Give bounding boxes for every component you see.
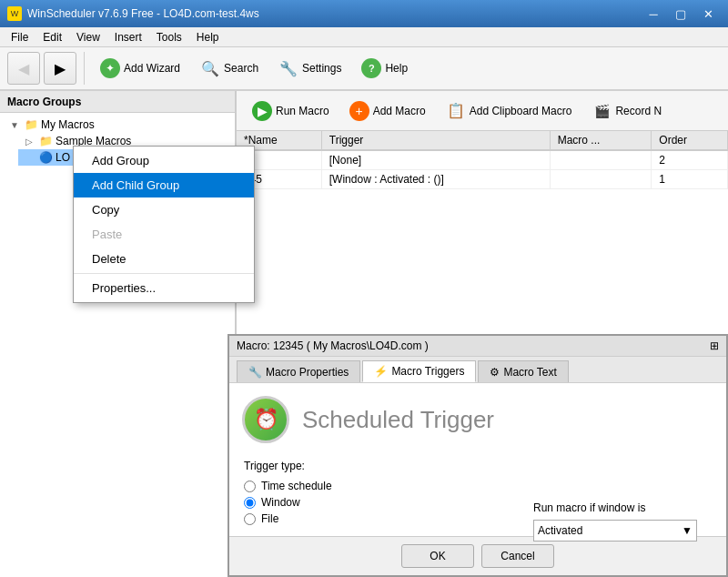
close-button[interactable]: ✕: [695, 4, 721, 24]
macro-icon-lo: 🔵: [39, 151, 53, 164]
folder-icon-sample: 📁: [39, 135, 53, 147]
menu-item-view[interactable]: View: [69, 29, 107, 46]
macro-text-icon: ⚙: [490, 366, 500, 379]
trigger-icon-container: ⏰: [240, 394, 291, 445]
add-macro-button[interactable]: + Add Macro: [341, 96, 434, 126]
ctx-add-group[interactable]: Add Group: [74, 148, 254, 173]
tree-node-myMacros[interactable]: ▼ 📁 My Macros: [4, 116, 231, 133]
ctx-delete[interactable]: Delete: [74, 247, 254, 271]
title-bar: W WinScheduler v7.6.9 Free - LO4D.com-te…: [0, 0, 728, 27]
run-icon: ▶: [252, 101, 272, 121]
menu-item-insert[interactable]: Insert: [107, 29, 149, 46]
right-form: Run macro if window is Activated ▼: [533, 501, 715, 542]
record-icon: 🎬: [592, 101, 612, 121]
trigger-icon: ⏰: [242, 396, 289, 443]
col-order: Order: [652, 131, 728, 150]
help-button[interactable]: ? Help: [353, 54, 416, 83]
clipboard-icon: 📋: [446, 101, 466, 121]
col-macro: Macro ...: [550, 131, 652, 150]
ctx-properties[interactable]: Properties...: [74, 276, 254, 300]
bottom-panel-header: Macro: 12345 ( My Macros\LO4D.com ) ⊞: [229, 336, 726, 357]
ctx-divider: [74, 273, 254, 274]
secondary-toolbar: ▶ Run Macro + Add Macro 📋 Add Clipboard …: [237, 91, 728, 131]
app-icon: W: [7, 6, 22, 21]
cell-order-2: 1: [652, 170, 728, 189]
macro-props-icon: 🔧: [248, 366, 262, 379]
form-label: Run macro if window is: [533, 501, 715, 514]
menu-item-edit[interactable]: Edit: [35, 29, 69, 46]
activated-dropdown[interactable]: Activated ▼: [533, 520, 697, 542]
search-button[interactable]: 🔍 Search: [192, 54, 267, 83]
toolbar: ◀ ▶ ✦ Add Wizard 🔍 Search 🔧 Settings ? H…: [0, 47, 728, 91]
forward-button[interactable]: ▶: [44, 52, 76, 85]
dropdown-arrow: ▼: [682, 524, 693, 537]
search-icon: 🔍: [200, 58, 220, 78]
macro-table: *Name Trigger Macro ... Order [None] 2 3: [237, 131, 728, 189]
help-icon: ?: [361, 58, 381, 78]
tab-macro-triggers[interactable]: ⚡ Macro Triggers: [362, 360, 476, 382]
radio-window-input[interactable]: [244, 497, 256, 509]
radio-time-input[interactable]: [244, 481, 256, 492]
record-button[interactable]: 🎬 Record N: [583, 96, 670, 126]
trigger-header: ⏰ Scheduled Trigger: [240, 394, 715, 445]
menu-bar: FileEditViewInsertToolsHelp: [0, 27, 728, 47]
bottom-panel-tabs: 🔧 Macro Properties ⚡ Macro Triggers ⚙ Ma…: [229, 357, 726, 383]
run-macro-button[interactable]: ▶ Run Macro: [244, 96, 338, 126]
trigger-title: Scheduled Trigger: [302, 406, 494, 434]
ctx-paste: Paste: [74, 222, 254, 247]
add-macro-icon: +: [349, 101, 369, 121]
macro-triggers-icon: ⚡: [374, 365, 388, 378]
macro-groups-header: Macro Groups: [0, 91, 235, 113]
menu-item-tools[interactable]: Tools: [149, 29, 189, 46]
window-title: WinScheduler v7.6.9 Free - LO4D.com-test…: [27, 7, 259, 20]
window-controls: ─ ▢ ✕: [641, 4, 721, 24]
panel-bottom-buttons: OK Cancel: [229, 536, 726, 575]
menu-item-file[interactable]: File: [4, 29, 35, 46]
cell-trigger-1: [None]: [321, 150, 550, 170]
tab-macro-properties[interactable]: 🔧 Macro Properties: [237, 360, 360, 382]
cell-trigger-2: [Window : Activated : ()]: [321, 170, 550, 189]
add-wizard-button[interactable]: ✦ Add Wizard: [92, 54, 188, 83]
tab-macro-text[interactable]: ⚙ Macro Text: [478, 360, 568, 382]
cancel-button[interactable]: Cancel: [481, 544, 554, 568]
add-clipboard-button[interactable]: 📋 Add Clipboard Macro: [438, 96, 581, 126]
ctx-add-child-group[interactable]: Add Child Group: [74, 173, 254, 197]
add-wizard-icon: ✦: [100, 58, 120, 78]
menu-item-help[interactable]: Help: [189, 29, 227, 46]
radio-file-input[interactable]: [244, 513, 256, 525]
ctx-copy[interactable]: Copy: [74, 197, 254, 222]
main-content: Macro Groups ▼ 📁 My Macros ▷ 📁 Sample Ma…: [0, 91, 728, 577]
expand-icon[interactable]: ▼: [7, 120, 22, 130]
maximize-button[interactable]: ▢: [668, 4, 693, 24]
cell-macro-2: [550, 170, 652, 189]
cell-order-1: 2: [652, 150, 728, 170]
trigger-type-label: Trigger type:: [244, 460, 712, 472]
col-trigger: Trigger: [321, 131, 550, 150]
table-row[interactable]: [None] 2: [237, 150, 728, 170]
folder-icon: 📁: [25, 118, 38, 131]
bottom-panel-content: ⏰ Scheduled Trigger Trigger type: Time s…: [229, 383, 726, 536]
minimize-button[interactable]: ─: [641, 4, 666, 24]
settings-icon: 🔧: [278, 58, 298, 78]
settings-button[interactable]: 🔧 Settings: [270, 54, 349, 83]
macro-label: Macro: 12345 ( My Macros\LO4D.com ): [237, 339, 429, 352]
back-button[interactable]: ◀: [7, 52, 40, 85]
ok-button[interactable]: OK: [401, 544, 474, 568]
context-menu: Add Group Add Child Group Copy Paste Del…: [73, 146, 255, 303]
table-row[interactable]: 345 [Window : Activated : ()] 1: [237, 170, 728, 189]
cell-macro-1: [550, 150, 652, 170]
bottom-panel: Macro: 12345 ( My Macros\LO4D.com ) ⊞ 🔧 …: [228, 334, 728, 577]
panel-resize-icon[interactable]: ⊞: [710, 339, 719, 352]
radio-time-schedule[interactable]: Time schedule: [244, 480, 712, 492]
expand-icon-sample[interactable]: ▷: [22, 137, 36, 147]
